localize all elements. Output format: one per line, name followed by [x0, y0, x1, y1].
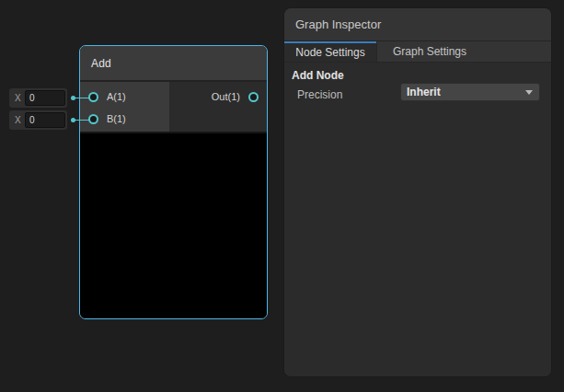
input-ports-section: A(1) B(1)	[80, 82, 169, 132]
inspector-content: Add Node Precision Inherit	[284, 63, 551, 376]
input-b-x-field[interactable]	[25, 112, 65, 128]
port-row-out: Out(1)	[169, 86, 267, 108]
node-add[interactable]: Add A(1) B(1) Out(1)	[79, 45, 268, 319]
axis-x-label-b: X	[15, 115, 25, 125]
precision-dropdown-value: Inherit	[407, 86, 441, 98]
chevron-down-icon	[525, 90, 533, 95]
node-preview-area	[80, 133, 267, 318]
output-ports-section: Out(1)	[169, 82, 267, 132]
node-title: Add	[91, 57, 111, 70]
axis-x-label-a: X	[15, 93, 25, 103]
input-a-x-field[interactable]	[25, 90, 65, 106]
port-a-label: A(1)	[107, 91, 126, 102]
precision-dropdown[interactable]: Inherit	[400, 83, 540, 101]
node-port-area: A(1) B(1) Out(1)	[80, 82, 267, 133]
port-row-a: A(1)	[80, 86, 169, 108]
edge-a-dot-icon	[71, 96, 75, 100]
inspector-title: Graph Inspector	[295, 17, 381, 31]
port-out-label: Out(1)	[212, 91, 240, 102]
inline-value-box-b: X	[9, 110, 67, 130]
tab-graph-settings-label: Graph Settings	[393, 45, 466, 58]
graph-inspector-panel: Graph Inspector Node Settings Graph Sett…	[283, 7, 552, 377]
inspector-tab-bar: Node Settings Graph Settings	[284, 41, 551, 63]
port-row-b: B(1)	[80, 108, 169, 130]
port-a-connector-icon[interactable]	[88, 92, 98, 102]
inline-value-box-a: X	[9, 88, 67, 108]
edge-b-dot-icon	[71, 118, 75, 122]
port-b-connector-icon[interactable]	[88, 114, 98, 124]
node-title-bar[interactable]: Add	[80, 46, 267, 82]
inspector-header[interactable]: Graph Inspector	[284, 8, 551, 41]
precision-label: Precision	[297, 88, 342, 101]
tab-graph-settings[interactable]: Graph Settings	[376, 41, 482, 62]
tab-node-settings[interactable]: Node Settings	[284, 41, 376, 62]
port-out-connector-icon[interactable]	[248, 92, 259, 102]
section-title: Add Node	[292, 69, 344, 82]
tab-node-settings-label: Node Settings	[295, 46, 364, 59]
port-b-label: B(1)	[107, 113, 126, 124]
